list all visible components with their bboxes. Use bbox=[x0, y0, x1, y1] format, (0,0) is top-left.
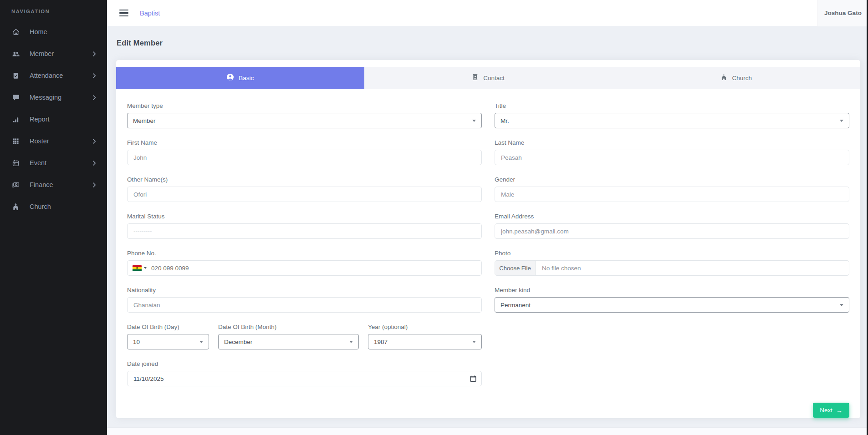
field-other-names: Other Name(s) bbox=[127, 176, 482, 202]
sidebar-item-report[interactable]: Report bbox=[0, 108, 107, 130]
phone-input-wrap bbox=[127, 260, 482, 276]
sidebar-item-home[interactable]: Home bbox=[0, 21, 107, 43]
dob-month-label: Date Of Birth (Month) bbox=[218, 324, 359, 330]
first-name-label: First Name bbox=[127, 139, 482, 146]
tab-label: Church bbox=[732, 75, 752, 81]
sidebar-item-messaging[interactable]: Messaging bbox=[0, 86, 107, 108]
dob-year-label: Year (optional) bbox=[368, 324, 482, 330]
chevron-right-icon bbox=[93, 95, 96, 100]
sidebar-item-label: Report bbox=[30, 116, 50, 123]
chevron-right-icon bbox=[93, 139, 96, 144]
chevron-right-icon bbox=[93, 161, 96, 166]
home-icon bbox=[11, 28, 20, 36]
church-icon bbox=[720, 74, 727, 82]
brand-link[interactable]: Baptist bbox=[140, 10, 160, 17]
field-phone: Phone No. bbox=[127, 250, 482, 276]
first-name-input[interactable] bbox=[127, 150, 482, 165]
dob-month-select[interactable]: December bbox=[218, 334, 359, 349]
ghana-flag-icon bbox=[133, 265, 142, 271]
photo-label: Photo bbox=[495, 250, 849, 257]
phone-label: Phone No. bbox=[127, 250, 482, 257]
tab-basic[interactable]: Basic bbox=[116, 67, 364, 89]
date-joined-input[interactable] bbox=[127, 371, 482, 386]
calendar-icon[interactable] bbox=[470, 375, 476, 382]
page-content: Edit Member Basic Contact bbox=[107, 26, 868, 427]
sidebar-item-label: Event bbox=[30, 159, 46, 167]
member-type-select[interactable]: Member bbox=[127, 113, 482, 128]
field-photo: Photo Choose File No file chosen bbox=[495, 250, 849, 276]
sidebar-item-label: Roster bbox=[30, 137, 49, 145]
phone-input[interactable] bbox=[147, 261, 481, 275]
tab-label: Contact bbox=[483, 75, 505, 81]
field-date-joined: Date joined bbox=[127, 360, 482, 386]
dob-month-value: December bbox=[224, 339, 252, 345]
last-name-label: Last Name bbox=[495, 139, 849, 146]
attendance-icon bbox=[11, 71, 20, 80]
sidebar-section-header: NAVIGATION bbox=[0, 4, 107, 21]
country-selector[interactable] bbox=[133, 265, 147, 271]
title-select[interactable]: Mr. bbox=[495, 113, 849, 128]
sidebar-item-label: Attendance bbox=[30, 72, 63, 79]
bar-chart-icon bbox=[11, 115, 20, 124]
nationality-input[interactable] bbox=[127, 297, 482, 313]
church-icon bbox=[11, 202, 20, 211]
edit-member-card: Basic Contact Church bbox=[116, 60, 860, 418]
next-button[interactable]: Next → bbox=[813, 403, 849, 418]
calendar-icon bbox=[11, 159, 20, 167]
other-names-label: Other Name(s) bbox=[127, 176, 482, 183]
photo-file-input[interactable]: Choose File No file chosen bbox=[495, 260, 849, 276]
users-icon bbox=[11, 50, 20, 58]
title-label: Title bbox=[495, 102, 849, 109]
last-name-input[interactable] bbox=[495, 150, 849, 165]
date-joined-label: Date joined bbox=[127, 360, 482, 367]
menu-toggle-icon[interactable] bbox=[119, 10, 128, 16]
sidebar-item-member[interactable]: Member bbox=[0, 43, 107, 65]
choose-file-button[interactable]: Choose File bbox=[495, 261, 536, 275]
person-circle-icon bbox=[226, 73, 234, 82]
sidebar-item-label: Member bbox=[30, 50, 54, 57]
sidebar-item-church[interactable]: Church bbox=[0, 196, 107, 218]
form-actions: Next → bbox=[127, 403, 849, 418]
field-email: Email Address bbox=[495, 213, 849, 239]
field-dob-month: Date Of Birth (Month) December bbox=[218, 324, 359, 349]
title-value: Mr. bbox=[500, 117, 509, 124]
field-member-type: Member type Member bbox=[127, 102, 482, 128]
dob-year-select[interactable]: 1987 bbox=[368, 334, 482, 349]
other-names-input[interactable] bbox=[127, 187, 482, 202]
money-icon bbox=[11, 181, 20, 189]
tab-church[interactable]: Church bbox=[612, 67, 860, 89]
dob-day-select[interactable]: 10 bbox=[127, 334, 209, 349]
chevron-down-icon bbox=[840, 120, 843, 122]
user-menu[interactable]: Joshua Gato bbox=[817, 0, 868, 26]
main-area: Baptist Joshua Gato Edit Member Basic bbox=[107, 0, 868, 435]
chevron-down-icon bbox=[199, 341, 203, 343]
field-nationality: Nationality bbox=[127, 287, 482, 313]
sidebar-item-finance[interactable]: Finance bbox=[0, 174, 107, 196]
gender-label: Gender bbox=[495, 176, 849, 183]
file-status-text: No file chosen bbox=[536, 261, 581, 275]
tab-bar: Basic Contact Church bbox=[116, 67, 860, 89]
field-marital-status: Marital Status bbox=[127, 213, 482, 239]
member-type-value: Member bbox=[133, 117, 156, 124]
chevron-down-icon bbox=[472, 341, 476, 343]
email-label: Email Address bbox=[495, 213, 849, 220]
grid-icon bbox=[11, 137, 20, 146]
chevron-down-icon bbox=[840, 304, 843, 306]
tab-label: Basic bbox=[239, 75, 254, 81]
marital-status-input[interactable] bbox=[127, 223, 482, 239]
basic-form: Member type Member Title Mr. First Name bbox=[116, 89, 860, 426]
chevron-right-icon bbox=[93, 51, 96, 56]
sidebar-item-event[interactable]: Event bbox=[0, 152, 107, 174]
nationality-label: Nationality bbox=[127, 287, 482, 293]
chat-icon bbox=[11, 93, 20, 102]
gender-input[interactable] bbox=[495, 187, 849, 202]
sidebar-item-roster[interactable]: Roster bbox=[0, 130, 107, 152]
chevron-right-icon bbox=[93, 73, 96, 78]
email-input[interactable] bbox=[495, 223, 849, 239]
chevron-down-icon bbox=[472, 120, 476, 122]
field-gender: Gender bbox=[495, 176, 849, 202]
sidebar-item-label: Messaging bbox=[30, 94, 61, 101]
sidebar-item-attendance[interactable]: Attendance bbox=[0, 65, 107, 86]
member-kind-select[interactable]: Permanent bbox=[495, 297, 849, 313]
tab-contact[interactable]: Contact bbox=[364, 67, 613, 89]
